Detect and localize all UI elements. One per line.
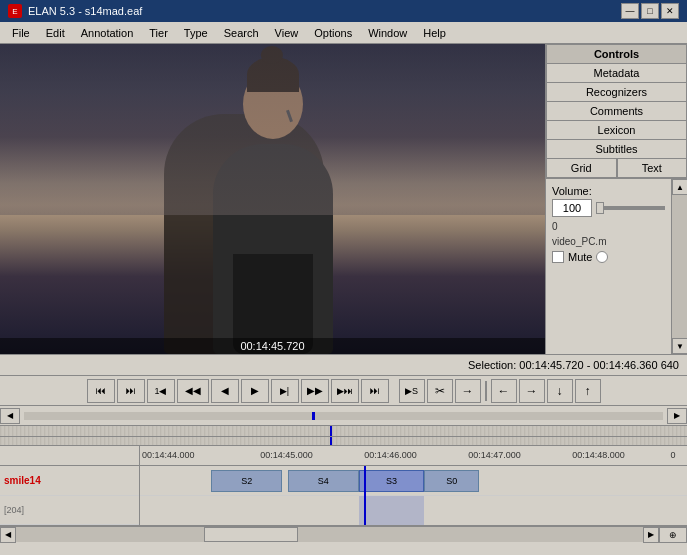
volume-label: Volume: [552, 185, 665, 197]
volume-slider-track[interactable] [596, 206, 665, 210]
window-title: ELAN 5.3 - s14mad.eaf [28, 5, 142, 17]
step-forward-button[interactable]: ▶▶ [301, 379, 329, 403]
tab-grid[interactable]: Grid [546, 158, 617, 178]
main-area: 00:14:45.720 Controls Metadata Recognize… [0, 44, 687, 354]
go-to-begin-button[interactable]: ⏮ [87, 379, 115, 403]
play-pause-button[interactable]: ▶ [241, 379, 269, 403]
app-icon: E [8, 4, 22, 18]
mute-row: Mute [552, 251, 665, 263]
time-ruler-labels: 00:14:44.000 00:14:45.000 00:14:46.000 0… [140, 446, 687, 466]
panel-tabs: Controls Metadata Recognizers Comments L… [546, 44, 687, 179]
waveform-display [0, 426, 687, 446]
zoom-track[interactable] [24, 412, 663, 420]
menu-options[interactable]: Options [306, 25, 360, 41]
menu-tier[interactable]: Tier [141, 25, 176, 41]
tier-count: [204] [4, 505, 24, 515]
mute-radio[interactable] [596, 251, 608, 263]
video-player: 00:14:45.720 [0, 44, 545, 354]
left-arrow-button[interactable]: ← [491, 379, 517, 403]
bottom-scrollbar: ◀ ▶ ⊕ [0, 526, 687, 542]
annotation-S3[interactable]: S3 [359, 470, 425, 492]
info-bar: Selection: 00:14:45.720 - 00:14:46.360 6… [0, 354, 687, 376]
h-scroll-track[interactable] [16, 527, 643, 542]
corner-scroll-button[interactable]: ⊕ [659, 527, 687, 543]
volume-input[interactable] [552, 199, 592, 217]
tier-count-label: [204] [0, 496, 139, 526]
tier-name: smile14 [4, 475, 41, 486]
go-to-end-button[interactable]: ⏭ [361, 379, 389, 403]
down-arrow-button[interactable]: ↓ [547, 379, 573, 403]
menu-file[interactable]: File [4, 25, 38, 41]
maximize-button[interactable]: □ [641, 3, 659, 19]
panel-body: Volume: 0 video_PC.m Mute ▲ [546, 179, 687, 354]
time-label-2: 00:14:46.000 [364, 450, 417, 460]
menu-search[interactable]: Search [216, 25, 267, 41]
step-back-1-button[interactable]: 1◀ [147, 379, 175, 403]
annotation-S2[interactable]: S2 [211, 470, 282, 492]
tab-lexicon[interactable]: Lexicon [546, 120, 687, 139]
scroll-left-button[interactable]: ◀ [0, 527, 16, 543]
menu-type[interactable]: Type [176, 25, 216, 41]
annotations-timeline: S2 S4 S3 S0 [140, 466, 687, 525]
play-selection-btn2[interactable]: ▶S [399, 379, 425, 403]
tab-comments[interactable]: Comments [546, 101, 687, 120]
menu-bar: File Edit Annotation Tier Type Search Vi… [0, 22, 687, 44]
h-scroll-thumb[interactable] [204, 527, 298, 542]
previous-annotation-button[interactable]: ⏭ [117, 379, 145, 403]
timeline-zoom-bar: ◀ ▶ [0, 406, 687, 426]
tab-metadata[interactable]: Metadata [546, 63, 687, 82]
annotation-S0[interactable]: S0 [424, 470, 479, 492]
volume-slider-thumb[interactable] [596, 202, 604, 214]
scroll-down-button[interactable]: ▼ [672, 338, 687, 354]
title-bar: E ELAN 5.3 - s14mad.eaf — □ ✕ [0, 0, 687, 22]
time-label-5: 0 [671, 450, 676, 460]
scroll-right-button[interactable]: ▶ [643, 527, 659, 543]
up-arrow-button[interactable]: ↑ [575, 379, 601, 403]
time-label-3: 00:14:47.000 [468, 450, 521, 460]
time-ruler: 00:14:44.000 00:14:45.000 00:14:46.000 0… [0, 446, 687, 466]
time-label-1: 00:14:45.000 [260, 450, 313, 460]
time-label-4: 00:14:48.000 [572, 450, 625, 460]
window-controls: — □ ✕ [621, 3, 679, 19]
menu-window[interactable]: Window [360, 25, 415, 41]
play-selection-button[interactable]: ▶| [271, 379, 299, 403]
step-back-button[interactable]: ◀ [211, 379, 239, 403]
video-filename: video_PC.m [552, 236, 665, 247]
volume-row [552, 199, 665, 217]
transport-right-controls: ▶S ✂ → ← → ↓ ↑ [399, 379, 601, 403]
video-timestamp: 00:14:45.720 [0, 338, 545, 354]
annotation-S4[interactable]: S4 [288, 470, 359, 492]
track-row-1 [140, 496, 687, 525]
panel-scrollbar: ▲ ▼ [671, 179, 687, 354]
next-annotation-button[interactable]: ▶⏭ [331, 379, 359, 403]
close-button[interactable]: ✕ [661, 3, 679, 19]
menu-edit[interactable]: Edit [38, 25, 73, 41]
time-label-0: 00:14:44.000 [142, 450, 195, 460]
transport-bar: ⏮ ⏭ 1◀ ◀◀ ◀ ▶ ▶| ▶▶ ▶⏭ ⏭ ▶S ✂ → ← → ↓ ↑ [0, 376, 687, 406]
scroll-up-button[interactable]: ▲ [672, 179, 687, 195]
tab-subtitles[interactable]: Subtitles [546, 139, 687, 158]
zoom-right-button[interactable]: ▶ [667, 408, 687, 424]
mute-checkbox[interactable] [552, 251, 564, 263]
zoom-left-button[interactable]: ◀ [0, 408, 20, 424]
right-arrow-button[interactable]: → [519, 379, 545, 403]
minimize-button[interactable]: — [621, 3, 639, 19]
scroll-track[interactable] [672, 195, 687, 338]
annotation-playhead [364, 466, 366, 525]
controls-content: Volume: 0 video_PC.m Mute [546, 179, 671, 354]
tab-recognizers[interactable]: Recognizers [546, 82, 687, 101]
menu-view[interactable]: View [267, 25, 307, 41]
menu-annotation[interactable]: Annotation [73, 25, 142, 41]
go-back-button[interactable]: ◀◀ [177, 379, 209, 403]
selection-info: Selection: 00:14:45.720 - 00:14:46.360 6… [468, 359, 679, 371]
scissors-button[interactable]: ✂ [427, 379, 453, 403]
pan-value: 0 [552, 221, 665, 232]
tier-label: smile14 [0, 466, 139, 496]
arrow-right-button[interactable]: → [455, 379, 481, 403]
menu-help[interactable]: Help [415, 25, 454, 41]
grid-text-tabs: Grid Text [546, 158, 687, 179]
track-labels: smile14 [204] [0, 466, 140, 525]
tab-text[interactable]: Text [617, 158, 688, 178]
tab-controls[interactable]: Controls [546, 44, 687, 63]
separator [485, 381, 487, 401]
